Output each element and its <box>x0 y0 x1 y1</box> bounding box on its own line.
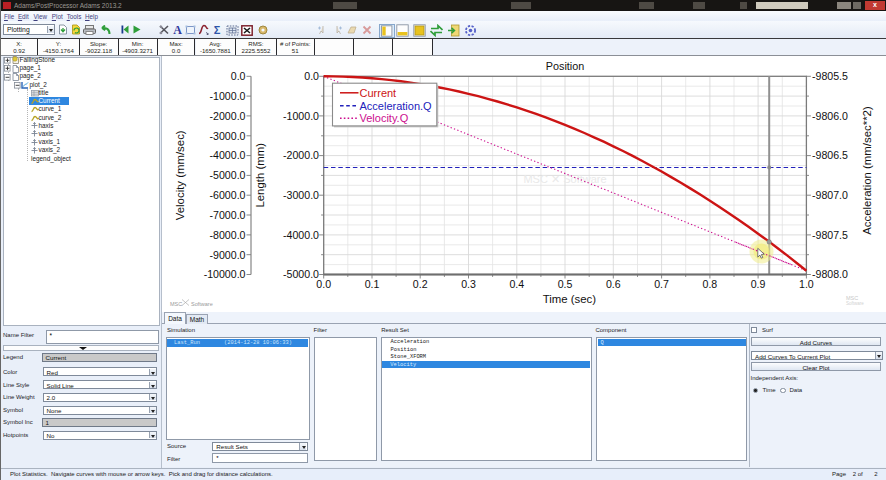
svg-text:-4000.0: -4000.0 <box>283 228 319 240</box>
svg-text:Software: Software <box>846 300 864 305</box>
svg-text:-9808.0: -9808.0 <box>812 268 848 280</box>
svg-text:0.5: 0.5 <box>558 277 573 289</box>
svg-text:Acceleration.Q: Acceleration.Q <box>360 99 433 111</box>
svg-text:0.3: 0.3 <box>461 277 476 289</box>
svg-text:0.9: 0.9 <box>751 277 766 289</box>
svg-text:-10000.0: -10000.0 <box>204 268 246 280</box>
svg-text:0.0: 0.0 <box>304 70 319 82</box>
svg-text:-1000.0: -1000.0 <box>210 89 246 101</box>
svg-text:MSC ✕ Software: MSC ✕ Software <box>523 173 606 185</box>
svg-text:Position: Position <box>546 60 584 72</box>
svg-text:Acceleration (mm/sec**2): Acceleration (mm/sec**2) <box>861 106 873 235</box>
svg-text:-2000.0: -2000.0 <box>210 109 246 121</box>
svg-text:Velocity.Q: Velocity.Q <box>360 112 409 124</box>
svg-text:0.0: 0.0 <box>316 277 331 289</box>
svg-text:0.1: 0.1 <box>365 277 380 289</box>
svg-text:0.4: 0.4 <box>509 277 524 289</box>
svg-text:-9805.5: -9805.5 <box>812 70 848 82</box>
svg-text:-3000.0: -3000.0 <box>283 189 319 201</box>
svg-text:Σ: Σ <box>213 24 220 35</box>
svg-text:-3000.0: -3000.0 <box>210 129 246 141</box>
svg-text:-2000.0: -2000.0 <box>283 149 319 161</box>
svg-text:-4000.0: -4000.0 <box>210 149 246 161</box>
svg-text:-9807.5: -9807.5 <box>812 228 848 240</box>
svg-text:-8000.0: -8000.0 <box>210 228 246 240</box>
svg-text:0.7: 0.7 <box>654 277 669 289</box>
svg-text:0.8: 0.8 <box>703 277 718 289</box>
svg-text:1.0: 1.0 <box>799 277 814 289</box>
svg-text:A: A <box>173 24 182 35</box>
svg-text:0.0: 0.0 <box>231 70 246 82</box>
svg-text:Software: Software <box>191 300 213 306</box>
svg-text:-5000.0: -5000.0 <box>283 268 319 280</box>
svg-text:-9806.5: -9806.5 <box>812 149 848 161</box>
svg-text:MSC: MSC <box>170 300 182 306</box>
svg-text:Time (sec): Time (sec) <box>543 292 597 304</box>
svg-text:0.6: 0.6 <box>606 277 621 289</box>
svg-text:Length (mm): Length (mm) <box>255 142 267 207</box>
svg-text:-1000.0: -1000.0 <box>283 109 319 121</box>
svg-text:-7000.0: -7000.0 <box>210 208 246 220</box>
svg-text:-9806.0: -9806.0 <box>812 109 848 121</box>
svg-text:-6000.0: -6000.0 <box>210 189 246 201</box>
svg-text:0.2: 0.2 <box>413 277 428 289</box>
svg-text:Velocity (mm/sec): Velocity (mm/sec) <box>175 130 187 220</box>
svg-text:-9807.0: -9807.0 <box>812 189 848 201</box>
svg-text:-9000.0: -9000.0 <box>210 248 246 260</box>
svg-text:-5000.0: -5000.0 <box>210 169 246 181</box>
svg-text:Current: Current <box>360 86 397 98</box>
